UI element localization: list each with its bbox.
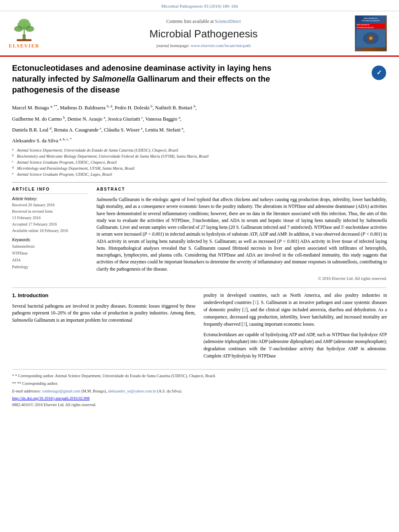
corresponding1-text: * Corresponding author. Animal Science D… <box>15 374 216 378</box>
footnote-emails: E-mail addresses: romboiago@gmail.com (M… <box>12 388 387 394</box>
email-label: E-mail addresses: <box>12 389 41 393</box>
affiliation-c: c Animal Science Graduate Program, UDESC… <box>12 159 387 165</box>
journal-reference-bar: Microbial Pathogenesis 93 (2016) 180–184 <box>0 0 399 11</box>
svg-point-11 <box>369 37 372 40</box>
aff-sup-a: a <box>12 147 15 153</box>
journal-name-heading: Microbial Pathogenesis <box>150 27 258 41</box>
email-link-1[interactable]: romboiago@gmail.com <box>42 389 80 393</box>
title-italic: Salmonella <box>93 74 135 83</box>
doi-link[interactable]: http://dx.doi.org/10.1016/j.micpath.2016… <box>12 396 387 401</box>
cover-red-band: MICROBIAL PATHOGENESIS <box>357 24 385 29</box>
aff-text-d: Microbiology and Parasitology Department… <box>17 165 134 171</box>
aff-sup-c: c <box>12 159 15 165</box>
article-info-header: ARTICLE INFO <box>12 187 88 194</box>
cite-2: 2 <box>244 307 246 312</box>
body-right-para1: poultry in developed countries, such as … <box>204 292 387 328</box>
elsevier-tree-icon <box>8 18 40 42</box>
doi-url[interactable]: http://dx.doi.org/10.1016/j.micpath.2016… <box>12 396 90 401</box>
homepage-label: journal homepage: <box>156 43 189 48</box>
aff-text-b: Biochemistry and Molecular Biology Depar… <box>17 153 209 159</box>
aff-sup-e: e <box>12 171 15 177</box>
abstract-text: Salmonella Gallinarum is the etiologic a… <box>97 196 387 273</box>
email2-name: (A.S. da Silva). <box>157 389 182 393</box>
page: Microbial Pathogenesis 93 (2016) 180–184 <box>0 0 399 532</box>
body-left-para1: Several bacterial pathogens are involved… <box>12 303 195 324</box>
cover-band-text: MICROBIAL PATHOGENESIS <box>357 23 385 29</box>
keyword-ntpdase: NTPDase <box>12 250 88 257</box>
section-divider-1 <box>12 182 387 183</box>
authors-line-3: Daniela B.R. Leal d, Renata A. Casagrand… <box>12 125 387 134</box>
copyright-line: © 2016 Elsevier Ltd. All rights reserved… <box>97 276 387 282</box>
journal-cover-thumbnail: MICROBIALPATHOGENESIS MICROBIAL PATHOGEN… <box>355 15 387 51</box>
aff-sup-b: b <box>12 153 15 159</box>
authors-line-4: Aleksandro S. da Silva a, b, c, * <box>12 136 387 145</box>
keywords-label: Keywords: <box>12 237 88 243</box>
body-right-para2: Ectonucleotidases are capable of hydroly… <box>204 331 387 360</box>
main-content-area: Ectonucleotidases and adenosine deaminas… <box>0 57 399 415</box>
abstract-column: ABSTRACT Salmonella Gallinarum is the et… <box>97 187 387 281</box>
article-title: Ectonucleotidases and adenosine deaminas… <box>12 63 365 95</box>
issn-line: 0882-4010/© 2016 Elsevier Ltd. All right… <box>12 402 387 408</box>
affiliation-e: e Animal Science Graduate Program, UDESC… <box>12 171 387 177</box>
section1-heading: 1. Introduction <box>12 292 195 299</box>
received-revised-label: Received in revised form <box>12 208 88 215</box>
keyword-ada: ADA <box>12 257 88 263</box>
article-footer: * * Corresponding author. Animal Science… <box>12 369 387 408</box>
keywords-section: Keywords: Salmonellosis NTPDase ADA Path… <box>12 237 88 270</box>
received-date: Received 20 January 2016 <box>12 202 88 208</box>
crossmark-circle: ✓ <box>372 66 386 80</box>
elsevier-logo: ELSEVIER <box>8 18 40 49</box>
body-content-columns: 1. Introduction Several bacterial pathog… <box>12 288 387 363</box>
journal-title-area: Contents lists available at ScienceDirec… <box>56 15 351 51</box>
journal-reference: Microbial Pathogenesis 93 (2016) 180–184 <box>161 4 238 8</box>
svg-point-4 <box>25 26 34 32</box>
footnote-corresponding1: * * Corresponding author. Animal Science… <box>12 373 387 379</box>
crossmark-badge[interactable]: ✓ <box>371 65 387 81</box>
journal-cover-area: MICROBIALPATHOGENESIS MICROBIAL PATHOGEN… <box>351 15 391 51</box>
cite-3: 3 <box>243 322 245 327</box>
svg-point-5 <box>19 19 29 26</box>
affiliation-b: b Biochemistry and Molecular Biology Dep… <box>12 153 387 159</box>
aff-text-e: Animal Science Graduate Program, UDESC, … <box>17 171 112 177</box>
title-part4: pathogenesis of the disease <box>12 85 120 94</box>
svg-rect-6 <box>17 39 32 41</box>
body-right-column: poultry in developed countries, such as … <box>204 292 387 363</box>
aff-text-c: Animal Science Graduate Program, UDESC, … <box>17 159 117 165</box>
cite-1: 1 <box>255 300 257 305</box>
contents-available-line: Contents lists available at ScienceDirec… <box>166 18 241 25</box>
footnote-corresponding2: ** ** Corresponding author. <box>12 380 387 386</box>
svg-point-7 <box>23 36 25 39</box>
elsevier-logo-area: ELSEVIER <box>8 15 56 51</box>
email1-name: (M.M. Boiago), <box>81 389 107 393</box>
body-left-column: 1. Introduction Several bacterial pathog… <box>12 292 195 363</box>
available-date: Available online 18 February 2016 <box>12 228 88 234</box>
article-received-date: Received 20 January 2016 Received in rev… <box>12 202 88 234</box>
received-revised-date: 13 February 2016 <box>12 215 88 221</box>
cover-title-text: MICROBIALPATHOGENESIS <box>362 17 380 22</box>
affiliation-a: a Animal Science Department, Universidad… <box>12 147 387 153</box>
article-info-abstract-columns: ARTICLE INFO Article history: Received 2… <box>12 187 387 281</box>
journal-header: ELSEVIER Contents lists available at Sci… <box>0 11 399 57</box>
svg-point-3 <box>14 26 23 32</box>
crossmark-icon: ✓ <box>376 68 382 77</box>
abstract-header: ABSTRACT <box>97 187 387 194</box>
keywords-list: Salmonellosis NTPDase ADA Pathology <box>12 243 88 270</box>
contents-label: Contents lists available at <box>166 19 214 24</box>
corresponding2-text: ** Corresponding author. <box>17 381 58 386</box>
aff-sup-d: d <box>12 165 15 171</box>
elsevier-label: ELSEVIER <box>9 43 40 49</box>
accepted-date: Accepted 17 February 2016 <box>12 221 88 228</box>
cover-image-svg <box>356 29 385 47</box>
authors-line-2: Guilherme M. do Carmo b, Denise N. Arauj… <box>12 115 387 123</box>
email-link-2[interactable]: aleksandro_ss@yahoo.com.br <box>108 389 156 393</box>
article-history-label: Article history: <box>12 196 88 202</box>
journal-homepage-line: journal homepage: www.elsevier.com/locat… <box>156 43 251 49</box>
title-part1: Ectonucleotidases and adenosine deaminas… <box>12 64 271 72</box>
keyword-pathology: Pathology <box>12 263 88 270</box>
journal-url[interactable]: www.elsevier.com/locate/micpath <box>191 43 251 48</box>
article-history-section: Article history: Received 20 January 201… <box>12 196 88 234</box>
title-part3: Gallinarum and their effects on the <box>135 74 270 83</box>
article-info-column: ARTICLE INFO Article history: Received 2… <box>12 187 88 281</box>
sciencedirect-link[interactable]: ScienceDirect <box>215 19 241 24</box>
aff-text-a: Animal Science Department, Universidade … <box>17 147 178 153</box>
